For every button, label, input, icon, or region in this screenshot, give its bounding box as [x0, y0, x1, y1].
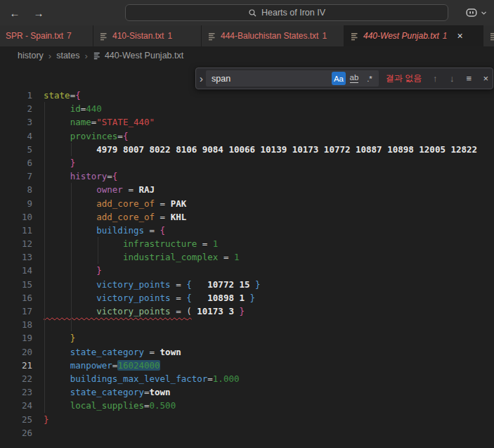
code-line-23[interactable]: state_category=town — [44, 385, 494, 399]
next-match-icon[interactable]: ↓ — [445, 71, 459, 87]
code-token: } — [44, 333, 75, 343]
code-line-13[interactable]: industrial_complex = 1 — [44, 250, 494, 264]
code-token: KHL — [171, 212, 187, 222]
code-line-9[interactable]: add_core_of = PAK — [44, 197, 494, 210]
code-line-1[interactable]: state={ — [44, 89, 494, 102]
code-line-21[interactable]: manpower=16024000 — [44, 359, 494, 372]
line-number: 4 — [0, 129, 32, 143]
tab-error-count: 7 — [67, 31, 72, 41]
code-line-10[interactable]: add_core_of = KHL — [44, 210, 494, 224]
code-token: = — [218, 252, 234, 262]
code-token: = — [171, 279, 187, 290]
text-file-icon — [99, 32, 108, 41]
regex-toggle[interactable]: .* — [363, 72, 377, 85]
find-in-selection-icon[interactable]: ≡ — [462, 71, 476, 87]
indent-guide — [71, 143, 72, 156]
code-token: 4979 8007 8022 8106 9084 10066 10139 101… — [44, 144, 477, 155]
tab-spr-spain[interactable]: SPR - Spain.txt 7 — [0, 25, 93, 46]
previous-match-icon[interactable]: ↑ — [428, 71, 442, 87]
code-token: RAJ — [138, 184, 155, 195]
line-number: 8 — [0, 183, 32, 196]
code-line-15[interactable]: victory_points = { 10772 15 } — [44, 278, 494, 291]
search-icon — [248, 8, 257, 18]
tab-label: 444-Baluchistan States.txt — [221, 31, 318, 41]
line-number-gutter: 1234567891011121314151617181920212223242… — [0, 89, 32, 448]
line-number: 25 — [0, 413, 32, 426]
line-number: 16 — [0, 291, 32, 305]
code-token: state_category — [44, 347, 144, 357]
find-results-label: 결과 없음 — [386, 72, 422, 84]
code-token: = — [155, 212, 171, 222]
code-line-18[interactable] — [44, 318, 494, 331]
code-line-14[interactable]: } — [44, 264, 494, 277]
code-token: 1.000 — [213, 373, 240, 384]
close-icon[interactable]: × — [479, 71, 493, 87]
code-line-25[interactable]: } — [44, 413, 494, 426]
code-token: id — [44, 103, 81, 114]
code-line-7[interactable]: history={ — [44, 169, 494, 183]
code-area[interactable]: state={ id=440 name="STATE_440" province… — [44, 89, 494, 448]
code-line-19[interactable]: } — [44, 331, 494, 345]
code-line-12[interactable]: infrastructure = 1 — [44, 237, 494, 250]
code-token: provinces — [44, 131, 117, 141]
tab-410-sistan[interactable]: 410-Sistan.txt 1 — [93, 25, 202, 46]
code-line-4[interactable]: provinces={ — [44, 129, 494, 143]
tab-label: SPR - Spain.txt — [6, 31, 63, 41]
copilot-icon[interactable] — [464, 7, 479, 18]
code-line-5[interactable]: 4979 8007 8022 8106 9084 10066 10139 101… — [44, 143, 494, 156]
tab-label: 440-West Punjab.txt — [363, 31, 439, 41]
whole-word-toggle[interactable]: ab — [347, 72, 361, 85]
tab-440-west-punjab[interactable]: 440-West Punjab.txt 1 × — [344, 25, 483, 46]
code-token: victory_points — [44, 279, 171, 290]
breadcrumb-item-history[interactable]: history — [18, 51, 44, 60]
line-number: 11 — [0, 224, 32, 237]
nav-back-button[interactable]: ← — [6, 4, 24, 22]
line-number: 1 — [0, 89, 32, 102]
code-line-26[interactable] — [44, 426, 494, 440]
tab-close-icon[interactable]: × — [455, 30, 466, 41]
code-line-24[interactable]: local_supplies=0.500 — [44, 399, 494, 412]
find-input[interactable] — [210, 73, 330, 84]
code-line-17[interactable]: victory_points = ( 10173 3 } — [44, 305, 494, 318]
line-number: 14 — [0, 264, 32, 277]
code-token: = — [155, 198, 171, 209]
breadcrumb-item-file[interactable]: 440-West Punjab.txt — [105, 51, 183, 60]
code-token: 16024000 — [117, 360, 160, 371]
line-number: 6 — [0, 156, 32, 169]
code-token: { — [186, 293, 192, 303]
code-line-16[interactable]: victory_points = { 10898 1 } — [44, 291, 494, 305]
code-editor[interactable]: 1234567891011121314151617181920212223242… — [0, 65, 494, 448]
code-token: buildings_max_level_factor — [44, 373, 207, 384]
nav-forward-button[interactable]: → — [30, 4, 48, 22]
line-number: 24 — [0, 399, 32, 412]
line-number: 21 — [0, 359, 32, 372]
code-line-11[interactable]: buildings = { — [44, 224, 494, 237]
code-token: 440 — [86, 103, 102, 114]
code-token: add_core_of — [44, 198, 155, 209]
toggle-replace-chevron-icon[interactable]: › — [200, 72, 203, 84]
code-token: 0.500 — [150, 400, 176, 411]
code-line-6[interactable]: } — [44, 156, 494, 169]
indent-guide — [71, 183, 72, 331]
match-case-toggle[interactable]: Aa — [332, 72, 346, 85]
text-file-icon — [489, 32, 494, 41]
text-file-icon — [93, 51, 101, 60]
code-token: = — [144, 347, 160, 357]
command-center-search[interactable]: Hearts of Iron IV — [125, 4, 448, 21]
code-line-20[interactable]: state_category = town — [44, 345, 494, 359]
code-line-2[interactable]: id=440 — [44, 102, 494, 115]
code-line-22[interactable]: buildings_max_level_factor=1.000 — [44, 372, 494, 385]
code-token: 10898 1 — [192, 293, 250, 303]
code-token: infrastructure — [44, 238, 197, 249]
code-token: = — [123, 184, 139, 195]
tab-444-baluchistan-states[interactable]: 444-Baluchistan States.txt 1 — [202, 25, 344, 46]
code-line-8[interactable]: owner = RAJ — [44, 183, 494, 196]
code-token: add_core_of — [44, 212, 155, 222]
arrow-right-icon: → — [34, 7, 44, 19]
code-token: } — [250, 293, 256, 303]
find-input-box[interactable]: Aa ab .* — [206, 70, 379, 87]
code-line-3[interactable]: name="STATE_440" — [44, 115, 494, 129]
chevron-down-icon[interactable] — [481, 10, 487, 16]
breadcrumb-item-states[interactable]: states — [56, 51, 79, 60]
tab-partial[interactable] — [483, 25, 494, 46]
